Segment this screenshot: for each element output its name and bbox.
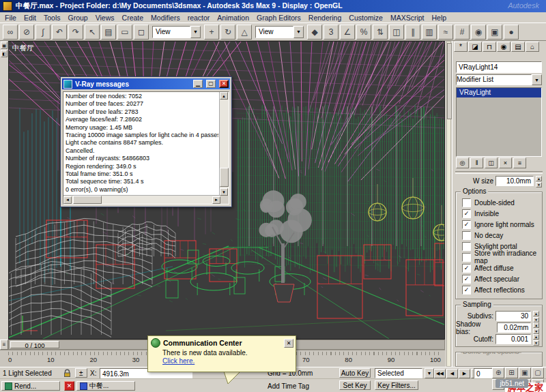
align-icon[interactable]: ∥	[405, 25, 420, 40]
select-by-name-icon[interactable]: ▤	[101, 25, 116, 40]
key-filters-button[interactable]: Key Filters...	[375, 380, 418, 390]
scroll-left-icon[interactable]: ◄	[63, 196, 72, 204]
percent-snap-icon[interactable]: %	[356, 25, 371, 40]
zoom-region-icon[interactable]: ▢	[532, 367, 544, 378]
display-tab[interactable]: ▤	[511, 42, 525, 52]
redo-icon[interactable]: ↷	[68, 25, 83, 40]
modifier-stack[interactable]: VRayLight	[456, 87, 542, 157]
set-key-button[interactable]: Set Key	[339, 380, 371, 390]
scrollbar-thumb[interactable]	[447, 43, 452, 119]
checkbox[interactable]	[462, 264, 471, 273]
checkbox[interactable]	[462, 209, 471, 218]
minimize-icon[interactable]: ▁	[193, 80, 203, 88]
checkbox[interactable]	[462, 220, 471, 229]
bind-spacewarp-icon[interactable]: ∫	[35, 25, 51, 40]
add-time-tag[interactable]: Add Time Tag	[268, 381, 309, 391]
auto-key-button[interactable]: Auto Key	[339, 368, 371, 378]
material-editor-icon[interactable]: ◉	[471, 25, 486, 40]
rect-region-icon[interactable]: ▭	[117, 25, 132, 40]
link-icon[interactable]: ∞	[3, 25, 18, 40]
value-field[interactable]: 0.02mm	[497, 322, 531, 333]
checkbox[interactable]	[462, 253, 471, 262]
viewport-label[interactable]: 中餐厅	[12, 44, 34, 53]
chevron-down-icon[interactable]: ▼	[190, 26, 201, 38]
menu-item[interactable]: Tools	[44, 14, 61, 22]
schematic-view-icon[interactable]: #	[455, 25, 470, 40]
unlink-icon[interactable]: ⊘	[19, 25, 34, 40]
create-tab[interactable]: *	[454, 42, 468, 52]
close-icon[interactable]: ✕	[219, 80, 229, 88]
scrollbar-thumb[interactable]	[220, 168, 229, 187]
remove-modifier-button[interactable]: ×	[499, 157, 512, 168]
spinner-arrows[interactable]: ▲▼	[536, 176, 542, 186]
close-icon[interactable]: ✕	[64, 381, 74, 391]
scroll-down-icon[interactable]: ▼	[220, 188, 228, 196]
make-unique-button[interactable]: ◫	[485, 157, 498, 168]
selection-filter-dropdown[interactable]: View ▼	[152, 26, 201, 38]
chevron-down-icon[interactable]: ▼	[425, 368, 434, 378]
mirror-icon[interactable]: ◫	[389, 25, 404, 40]
layer-manager-icon[interactable]: ▥	[422, 25, 437, 40]
viewport-layout-button[interactable]: ◧	[1, 50, 8, 57]
menu-item[interactable]: reactor	[188, 14, 210, 22]
time-slider-handle[interactable]: 0 / 100	[10, 341, 59, 348]
close-icon[interactable]: ✕	[284, 339, 293, 348]
menu-item[interactable]: Graph Editors	[257, 14, 301, 22]
select-object-icon[interactable]: ↖	[85, 25, 100, 40]
chevron-down-icon[interactable]: ▼	[532, 74, 542, 85]
chevron-down-icon[interactable]: ▼	[293, 26, 304, 38]
communication-center-popup[interactable]: Communication Center ✕ There is new data…	[147, 335, 296, 372]
viewport-config-button[interactable]: ▦	[1, 42, 8, 49]
pin-stack-button[interactable]: ◎	[456, 157, 469, 168]
rotate-icon[interactable]: ↻	[220, 25, 235, 40]
taskbar-item-max[interactable]: 中餐...	[76, 381, 135, 391]
scrollbar-thumb[interactable]	[73, 196, 102, 204]
modifier-list-dropdown[interactable]: Modifier List ▼	[456, 74, 542, 85]
render-setup-icon[interactable]: ▣	[487, 25, 502, 40]
maximize-icon[interactable]: ▢	[206, 80, 216, 88]
checkbox[interactable]	[462, 242, 471, 251]
w-size-field[interactable]: 10.0mm	[495, 176, 534, 186]
crossing-selection-icon[interactable]: ◻	[134, 25, 149, 40]
vray-horizontal-scrollbar[interactable]: ◄ ►	[63, 195, 220, 204]
menu-item[interactable]: Group	[68, 14, 88, 22]
checkbox[interactable]	[462, 286, 471, 295]
zoom-all-icon[interactable]: ⊞	[505, 367, 517, 378]
selection-lock-icon[interactable]	[63, 368, 72, 378]
popup-link[interactable]: Click here.	[148, 357, 296, 365]
menu-item[interactable]: Create	[122, 14, 144, 22]
menu-item[interactable]: Help	[432, 14, 447, 22]
menu-item[interactable]: Animation	[217, 14, 249, 22]
value-field[interactable]: 0.001	[495, 334, 531, 344]
hierarchy-tab[interactable]: ⊓	[483, 42, 496, 52]
spinner-arrows[interactable]: ▲▼	[533, 322, 539, 333]
go-to-start-button[interactable]: ◀◀	[434, 369, 446, 378]
angle-snap-icon[interactable]: ∠	[340, 25, 355, 40]
menu-item[interactable]: Customize	[349, 14, 383, 22]
vray-window-titlebar[interactable]: V-Ray messages ▁ ▢ ✕	[62, 78, 230, 89]
value-field[interactable]: 30	[495, 311, 531, 321]
object-name-field[interactable]: VRayLight14	[456, 61, 542, 73]
modify-tab[interactable]: ◪	[468, 42, 482, 52]
menu-item[interactable]: Edit	[24, 14, 36, 22]
checkbox[interactable]	[462, 198, 471, 207]
menu-item[interactable]: MAXScript	[390, 14, 425, 22]
absolute-mode-toggle-button[interactable]: ±	[75, 368, 87, 378]
reference-coordinate-dropdown[interactable]: View ▼	[255, 26, 304, 38]
title-bar[interactable]: 中餐厅.max - Project Folder: d:\My Document…	[0, 0, 546, 12]
checkbox[interactable]	[462, 275, 471, 284]
modifier-stack-selected-item[interactable]: VRayLight	[457, 88, 541, 97]
show-end-result-button[interactable]: ‖	[470, 157, 483, 168]
menu-item[interactable]: Views	[96, 14, 115, 22]
scale-icon[interactable]: △	[237, 25, 252, 40]
quick-render-icon[interactable]: ●	[504, 25, 519, 40]
manipulate-icon[interactable]: ◆	[307, 25, 322, 40]
zoom-icon[interactable]: ⊕	[492, 367, 504, 378]
undo-icon[interactable]: ↶	[52, 25, 67, 40]
vray-messages-window[interactable]: V-Ray messages ▁ ▢ ✕ Number of tree node…	[60, 76, 232, 207]
curve-editor-icon[interactable]: ≈	[438, 25, 453, 40]
zoom-extents-icon[interactable]: ▣	[519, 367, 531, 378]
checkbox[interactable]	[462, 231, 471, 240]
configure-modifier-sets-button[interactable]: ≡	[513, 157, 526, 168]
taskbar-item-render[interactable]: Rend...	[1, 381, 60, 391]
